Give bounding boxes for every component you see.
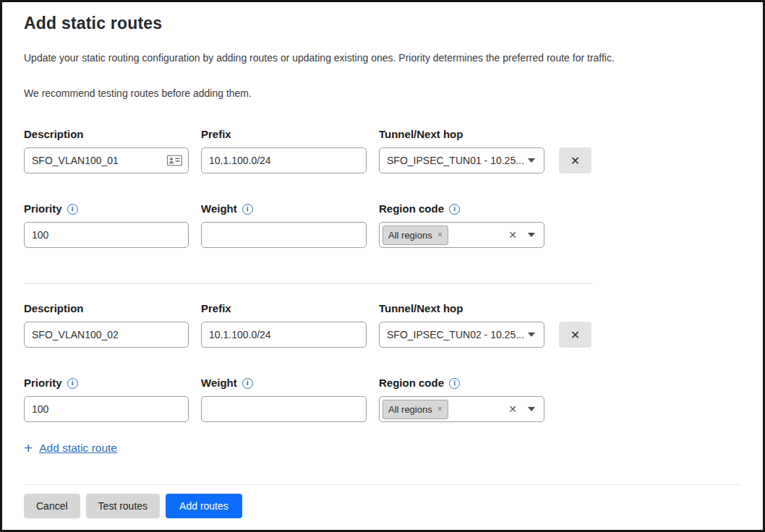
priority-label-text: Priority xyxy=(24,202,62,215)
chevron-down-icon xyxy=(528,233,535,237)
weight-label: Weight i xyxy=(201,377,367,390)
dialog-footer: Cancel Test routes Add routes xyxy=(24,484,741,518)
weight-label-text: Weight xyxy=(201,377,237,390)
priority-input[interactable] xyxy=(24,222,189,248)
plus-icon: + xyxy=(24,442,33,455)
weight-input[interactable] xyxy=(201,396,367,422)
chevron-down-icon xyxy=(528,407,535,411)
region-tag: All regions × xyxy=(382,400,448,419)
dialog-content: Add static routes Update your static rou… xyxy=(2,2,763,518)
close-icon: ✕ xyxy=(570,328,580,342)
prefix-input[interactable] xyxy=(201,147,367,173)
route-2-main-row: Description Prefix Tunnel/Next hop SFO_I… xyxy=(24,302,741,348)
region-code-multiselect[interactable]: All regions × ✕ xyxy=(379,222,544,248)
priority-label: Priority i xyxy=(24,202,189,215)
info-icon[interactable]: i xyxy=(67,204,78,215)
add-static-route-row: + Add static route xyxy=(24,441,741,455)
priority-input[interactable] xyxy=(24,396,189,422)
region-code-multiselect[interactable]: All regions × ✕ xyxy=(379,396,544,422)
recommendation-text: We recommend testing routes before addin… xyxy=(24,87,741,99)
priority-field-group: Priority i xyxy=(24,377,189,422)
chevron-down-icon xyxy=(528,158,535,163)
section-divider xyxy=(24,283,593,284)
description-field-group: Description xyxy=(24,302,189,348)
description-label: Description xyxy=(24,302,189,315)
weight-field-group: Weight i xyxy=(201,202,367,248)
tag-remove-icon[interactable]: × xyxy=(437,405,443,413)
delete-route-button[interactable]: ✕ xyxy=(559,322,591,348)
add-routes-button[interactable]: Add routes xyxy=(166,494,242,518)
region-code-label: Region code i xyxy=(379,202,544,215)
region-code-label-text: Region code xyxy=(379,377,444,390)
region-code-label-text: Region code xyxy=(379,202,444,215)
weight-input[interactable] xyxy=(201,222,367,248)
info-icon[interactable]: i xyxy=(449,204,460,215)
weight-label-text: Weight xyxy=(201,202,237,215)
intro-text: Update your static routing configuration… xyxy=(24,52,741,64)
tunnel-selected-value: SFO_IPSEC_TUN01 - 10.25... xyxy=(387,155,524,166)
route-entry-1: Description Prefix xyxy=(24,128,741,248)
tunnel-label: Tunnel/Next hop xyxy=(379,128,544,141)
priority-label: Priority i xyxy=(24,377,189,390)
prefix-label: Prefix xyxy=(201,128,367,141)
tunnel-label: Tunnel/Next hop xyxy=(379,302,544,315)
clear-selection-icon[interactable]: ✕ xyxy=(508,404,517,414)
info-icon[interactable]: i xyxy=(449,378,460,389)
clear-selection-icon[interactable]: ✕ xyxy=(508,230,517,240)
region-tag-label: All regions xyxy=(388,404,432,415)
info-icon[interactable]: i xyxy=(242,378,253,389)
tunnel-field-group: Tunnel/Next hop SFO_IPSEC_TUN01 - 10.25.… xyxy=(379,128,544,173)
prefix-field-group: Prefix xyxy=(201,128,367,173)
info-icon[interactable]: i xyxy=(67,378,78,389)
description-label: Description xyxy=(24,128,189,141)
prefix-input[interactable] xyxy=(201,322,367,348)
prefix-field-group: Prefix xyxy=(201,302,367,348)
region-code-label: Region code i xyxy=(379,377,544,390)
priority-field-group: Priority i xyxy=(24,202,189,248)
region-tag-label: All regions xyxy=(388,230,432,241)
description-field-group: Description xyxy=(24,128,189,173)
tunnel-field-group: Tunnel/Next hop SFO_IPSEC_TUN02 - 10.25.… xyxy=(379,302,544,348)
weight-label: Weight i xyxy=(201,202,367,215)
tag-remove-icon[interactable]: × xyxy=(437,231,443,239)
add-static-route-link[interactable]: Add static route xyxy=(39,441,117,455)
test-routes-button[interactable]: Test routes xyxy=(86,494,160,518)
tunnel-select[interactable]: SFO_IPSEC_TUN01 - 10.25... xyxy=(379,147,544,173)
route-2-options-row: Priority i Weight i Region code i xyxy=(24,377,741,422)
route-entry-2: Description Prefix Tunnel/Next hop SFO_I… xyxy=(24,302,741,422)
route-1-main-row: Description Prefix xyxy=(24,128,741,173)
description-input[interactable] xyxy=(24,147,189,173)
route-1-options-row: Priority i Weight i Region code i xyxy=(24,202,741,248)
description-input[interactable] xyxy=(24,322,189,348)
contact-card-icon[interactable] xyxy=(167,155,182,166)
close-icon: ✕ xyxy=(570,154,580,168)
cancel-button[interactable]: Cancel xyxy=(24,494,80,518)
add-static-routes-dialog: Add static routes Update your static rou… xyxy=(0,0,765,532)
tunnel-select[interactable]: SFO_IPSEC_TUN02 - 10.25... xyxy=(379,322,544,348)
tunnel-selected-value: SFO_IPSEC_TUN02 - 10.25... xyxy=(387,329,524,340)
region-code-field-group: Region code i All regions × ✕ xyxy=(379,202,544,248)
info-icon[interactable]: i xyxy=(242,204,253,215)
region-tag: All regions × xyxy=(382,226,448,245)
region-code-field-group: Region code i All regions × ✕ xyxy=(379,377,544,422)
weight-field-group: Weight i xyxy=(201,377,367,422)
priority-label-text: Priority xyxy=(24,377,62,390)
prefix-label: Prefix xyxy=(201,302,367,315)
description-input-wrap xyxy=(24,147,189,173)
page-title: Add static routes xyxy=(24,14,741,33)
chevron-down-icon xyxy=(528,332,535,337)
delete-route-button[interactable]: ✕ xyxy=(559,147,591,173)
